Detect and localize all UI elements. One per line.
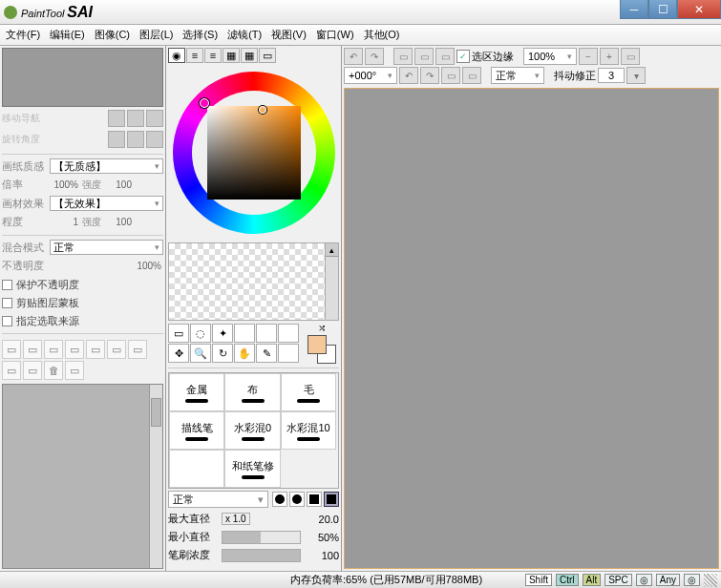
nav-btn-4[interactable] [108, 131, 125, 148]
zoom-tool[interactable]: 🔍 [190, 344, 211, 363]
color-swatches-tab[interactable]: ▦ [241, 48, 258, 63]
menu-other[interactable]: 其他(O) [364, 28, 400, 42]
brush-fur[interactable]: 毛 [281, 373, 336, 411]
normal-select[interactable]: 正常 [491, 67, 544, 84]
brush-watercolor0[interactable]: 水彩混0 [224, 411, 280, 450]
lasso-tool[interactable]: ◌ [190, 324, 211, 343]
density-slider[interactable] [222, 549, 301, 562]
layer-btn-6[interactable]: ▭ [107, 340, 126, 359]
new-linework-button[interactable]: ▭ [23, 340, 42, 359]
intensity-value[interactable]: 100 [103, 179, 134, 190]
brush-washi[interactable]: 和纸笔修 [224, 450, 280, 488]
nav-btn-3[interactable] [146, 110, 163, 127]
nav-btn-1[interactable] [108, 110, 125, 127]
swatch-scrollbar[interactable]: ▴ [325, 243, 338, 320]
menu-edit[interactable]: 编辑(E) [50, 28, 85, 42]
tool-12[interactable] [278, 344, 299, 363]
tip-flat[interactable] [307, 492, 322, 507]
stabilizer-input[interactable] [598, 68, 625, 83]
move-tool[interactable]: ✥ [168, 344, 189, 363]
layer-btn-9[interactable]: ▭ [23, 361, 42, 380]
sel-edge-checkbox[interactable]: ✓ [456, 50, 470, 63]
tool-5[interactable] [256, 324, 277, 343]
flip-button[interactable]: ▭ [462, 67, 481, 84]
clipping-mask-checkbox[interactable]: 剪贴图层蒙板 [2, 296, 163, 310]
layer-btn-5[interactable]: ▭ [86, 340, 105, 359]
material-effect-select[interactable]: 【无效果】 [50, 196, 163, 211]
redo-button[interactable]: ↷ [365, 48, 384, 65]
layer-list[interactable] [2, 384, 163, 569]
new-layer-button[interactable]: ▭ [2, 340, 21, 359]
layer-btn-7[interactable]: ▭ [128, 340, 147, 359]
degree-value[interactable]: 1 [50, 217, 80, 227]
close-button[interactable]: ✕ [677, 0, 721, 19]
deselect-button[interactable]: ▭ [393, 48, 413, 65]
protect-opacity-checkbox[interactable]: 保护不透明度 [2, 278, 163, 292]
opacity-value[interactable]: 100% [133, 261, 163, 271]
menu-select[interactable]: 选择(S) [182, 28, 218, 42]
color-rgb-tab[interactable]: ≡ [186, 48, 203, 63]
zoom-in-button[interactable]: + [600, 48, 619, 65]
paper-texture-select[interactable]: 【无质感】 [50, 158, 163, 174]
rotate-cw-button[interactable]: ↷ [420, 67, 439, 84]
minimize-button[interactable]: ─ [620, 0, 648, 19]
tip-square[interactable] [324, 492, 339, 507]
navigator-preview[interactable] [2, 48, 163, 107]
brush-metal[interactable]: 金属 [169, 373, 224, 411]
tip-circle[interactable] [272, 492, 287, 507]
delete-layer-button[interactable]: 🗑 [44, 361, 63, 380]
maximize-button[interactable]: ☐ [648, 0, 677, 19]
scale-value[interactable]: 100% [50, 179, 80, 190]
rect-select-tool[interactable]: ▭ [168, 324, 189, 343]
clear-layer-button[interactable]: ▭ [65, 361, 84, 380]
max-dia-mult[interactable]: x 1.0 [222, 513, 250, 525]
show-sel-button[interactable]: ▭ [435, 48, 455, 65]
merge-down-button[interactable]: ▭ [2, 361, 21, 380]
color-hsv-tab[interactable]: ≡ [204, 48, 222, 63]
hand-tool[interactable]: ✋ [234, 344, 255, 363]
min-dia-slider[interactable] [222, 531, 301, 544]
swatch-palette[interactable]: ▴ [168, 242, 339, 321]
brush-watercolor10[interactable]: 水彩混10 [281, 411, 336, 450]
tool-6[interactable] [278, 324, 299, 343]
magic-wand-tool[interactable]: ✦ [212, 324, 233, 343]
max-dia-value[interactable]: 20.0 [305, 514, 339, 525]
brush-cloth[interactable]: 布 [224, 373, 280, 411]
rotate-ccw-button[interactable]: ↶ [399, 67, 418, 84]
brush-empty[interactable] [169, 450, 224, 488]
swap-colors-button[interactable]: ⤭ [318, 323, 326, 333]
fg-bg-colors[interactable] [307, 335, 336, 364]
brush-mode-select[interactable]: 正常 [168, 491, 268, 508]
nav-btn-5[interactable] [127, 131, 144, 148]
tip-soft[interactable] [289, 492, 305, 507]
menu-window[interactable]: 窗口(W) [316, 28, 354, 42]
menu-file[interactable]: 文件(F) [6, 28, 40, 42]
zoom-select[interactable]: 100% [523, 48, 577, 65]
color-mixer-tab[interactable]: ▦ [223, 48, 240, 63]
nav-btn-2[interactable] [127, 110, 144, 127]
eyedropper-tool[interactable]: ✎ [256, 344, 277, 363]
menu-filter[interactable]: 滤镜(T) [227, 28, 262, 42]
brush-linework[interactable]: 描线笔 [169, 411, 224, 450]
fg-color[interactable] [307, 335, 327, 354]
undo-button[interactable]: ↶ [344, 48, 363, 65]
zoom-fit-button[interactable]: ▭ [621, 48, 640, 65]
menu-layer[interactable]: 图层(L) [139, 28, 173, 42]
rotate-reset-button[interactable]: ▭ [441, 67, 460, 84]
resize-grip-icon[interactable] [704, 574, 717, 587]
menu-view[interactable]: 视图(V) [271, 28, 307, 42]
menu-image[interactable]: 图像(C) [95, 28, 130, 42]
rotate-tool[interactable]: ↻ [212, 344, 233, 363]
blend-mode-select[interactable]: 正常 [50, 240, 163, 255]
layer-btn-4[interactable]: ▭ [65, 340, 84, 359]
degree-intensity-value[interactable]: 100 [103, 217, 134, 227]
layer-scrollbar[interactable] [149, 385, 162, 568]
color-wheel[interactable] [168, 65, 339, 241]
stabilizer-dropdown[interactable]: ▾ [626, 67, 646, 84]
color-wheel-tab[interactable]: ◉ [168, 48, 185, 63]
new-folder-button[interactable]: ▭ [44, 340, 63, 359]
nav-btn-6[interactable] [146, 131, 163, 148]
zoom-out-button[interactable]: − [579, 48, 598, 65]
canvas-area[interactable] [344, 88, 719, 569]
select-source-checkbox[interactable]: 指定选取来源 [2, 314, 163, 328]
